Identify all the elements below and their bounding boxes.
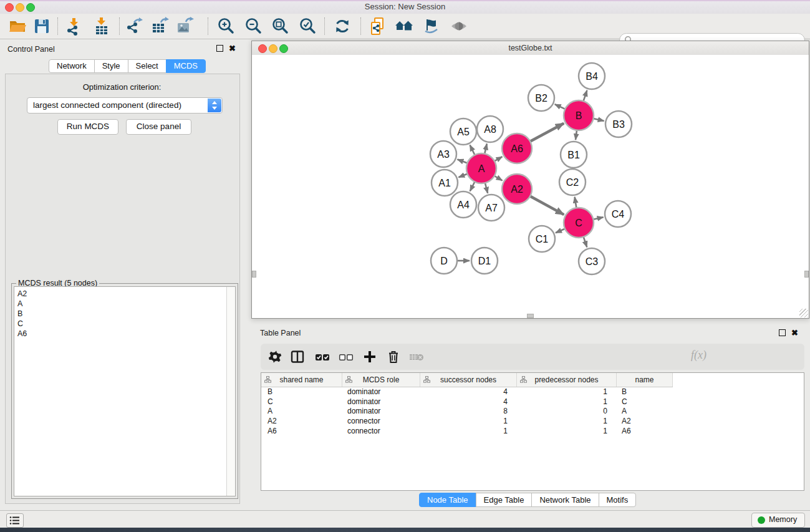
clone-network-icon[interactable] xyxy=(369,17,388,36)
table-row[interactable]: Bdominator41B xyxy=(261,387,673,397)
refresh-icon[interactable] xyxy=(333,17,352,36)
graph-node-A3[interactable]: A3 xyxy=(430,141,456,167)
tab-motifs[interactable]: Motifs xyxy=(599,493,637,507)
tab-mcds[interactable]: MCDS xyxy=(166,59,206,73)
close-panel-button[interactable]: Close panel xyxy=(126,119,191,135)
function-builder-icon[interactable]: f(x) xyxy=(691,349,706,362)
graph-node-A7[interactable]: A7 xyxy=(478,195,504,221)
graph-edge-A-A6[interactable] xyxy=(494,157,503,161)
close-panel-icon[interactable]: ✖ xyxy=(229,45,236,52)
resize-grip[interactable] xyxy=(799,309,808,317)
flag-icon[interactable] xyxy=(422,17,440,36)
column-header-name[interactable]: name xyxy=(617,373,673,387)
graph-node-A6[interactable]: A6 xyxy=(502,133,532,163)
graph-node-B4[interactable]: B4 xyxy=(579,63,605,89)
graph-node-A5[interactable]: A5 xyxy=(450,118,476,145)
graph-edge-C-C4[interactable] xyxy=(593,217,603,220)
run-mcds-button[interactable]: Run MCDS xyxy=(57,119,118,135)
graph-edge-A-A5[interactable] xyxy=(470,145,475,155)
graph-edge-A-A3[interactable] xyxy=(458,160,468,163)
column-header-predecessor-nodes[interactable]: predecessor nodes xyxy=(517,373,617,387)
criterion-dropdown[interactable]: largest connected component (directed) xyxy=(27,97,223,114)
graph-node-C2[interactable]: C2 xyxy=(559,169,586,195)
tab-node-table[interactable]: Node Table xyxy=(419,493,476,507)
tab-select[interactable]: Select xyxy=(128,59,166,73)
graph-node-C[interactable]: C xyxy=(564,208,594,238)
import-table-icon[interactable] xyxy=(92,17,111,36)
export-image-icon[interactable] xyxy=(175,17,194,36)
graph-node-B3[interactable]: B3 xyxy=(605,111,632,137)
graph-node-C1[interactable]: C1 xyxy=(529,226,555,252)
column-header-MCDS-role[interactable]: MCDS role xyxy=(342,373,420,387)
graph-node-A4[interactable]: A4 xyxy=(450,191,476,218)
table-row[interactable]: A2connector11A2 xyxy=(261,417,673,427)
mcds-result-item[interactable]: A6 xyxy=(17,329,225,339)
column-header-successor-nodes[interactable]: successor nodes xyxy=(420,373,517,387)
save-session-icon[interactable] xyxy=(32,17,51,36)
float-panel-icon[interactable] xyxy=(779,329,786,336)
graph-edge-A-A4[interactable] xyxy=(470,182,475,191)
graph-node-A2[interactable]: A2 xyxy=(502,174,532,204)
memory-button[interactable]: Memory xyxy=(751,513,805,528)
table-row[interactable]: A6connector11A6 xyxy=(261,427,673,437)
column-header-shared-name[interactable]: shared name xyxy=(261,373,342,387)
float-panel-icon[interactable] xyxy=(216,45,223,52)
graph-edge-C-C1[interactable] xyxy=(556,229,565,233)
network-window-titlebar[interactable]: testGlobe.txt xyxy=(252,41,809,56)
graph-edge-B-B1[interactable] xyxy=(576,130,577,140)
tab-edge-table[interactable]: Edge Table xyxy=(476,493,533,507)
graph-edge-C-C3[interactable] xyxy=(584,237,587,248)
gear-icon[interactable] xyxy=(268,349,282,364)
graph-node-A[interactable]: A xyxy=(466,153,496,183)
graph-edge-A2-C[interactable] xyxy=(530,196,564,215)
graph-node-D1[interactable]: D1 xyxy=(471,248,498,274)
mcds-result-list[interactable]: A2ABCA6 xyxy=(14,286,236,496)
result-scrollbar[interactable] xyxy=(226,287,235,496)
graph-edge-B-B2[interactable] xyxy=(555,104,566,109)
export-network-icon[interactable] xyxy=(125,17,144,36)
task-history-button[interactable] xyxy=(6,513,24,528)
zoom-fit-icon[interactable] xyxy=(271,17,289,36)
close-panel-icon[interactable]: ✖ xyxy=(791,329,798,336)
trash-icon[interactable] xyxy=(386,349,401,364)
graph-edge-B-B3[interactable] xyxy=(593,118,604,121)
table-row[interactable]: Adominator80A xyxy=(261,407,673,417)
tab-network-table[interactable]: Network Table xyxy=(531,493,599,507)
graph-node-B1[interactable]: B1 xyxy=(561,142,587,168)
deselect-all-icon[interactable] xyxy=(339,349,354,364)
mcds-result-item[interactable]: C xyxy=(17,319,225,329)
zoom-selected-icon[interactable] xyxy=(298,17,317,36)
zoom-in-icon[interactable] xyxy=(216,17,235,36)
graph-node-A1[interactable]: A1 xyxy=(432,170,458,196)
graph-node-A8[interactable]: A8 xyxy=(477,116,503,142)
network-canvas[interactable]: AA1A3A4A5A7A8A6A2BB1B2B3B4CC1C2C3C4DD1 xyxy=(252,55,809,318)
mcds-result-item[interactable]: A xyxy=(17,299,225,309)
graph-node-B[interactable]: B xyxy=(564,100,594,130)
add-icon[interactable] xyxy=(362,349,377,364)
graph-edge-A-A1[interactable] xyxy=(458,174,467,178)
eye-icon[interactable] xyxy=(450,17,468,36)
columns-icon[interactable] xyxy=(290,349,305,364)
import-network-icon[interactable] xyxy=(65,17,84,36)
tab-network[interactable]: Network xyxy=(49,59,95,73)
tab-style[interactable]: Style xyxy=(94,59,128,73)
graph-edge-B-B4[interactable] xyxy=(584,90,587,101)
graph-edge-A-A8[interactable] xyxy=(485,143,487,153)
mcds-result-item[interactable]: B xyxy=(17,309,225,319)
home-icon[interactable] xyxy=(395,17,413,36)
graph-edge-A6-B[interactable] xyxy=(530,123,564,142)
export-table-icon[interactable] xyxy=(150,17,169,36)
graph-node-D[interactable]: D xyxy=(431,248,457,274)
graph-node-C4[interactable]: C4 xyxy=(605,201,631,227)
graph-node-B2[interactable]: B2 xyxy=(528,85,554,111)
graph-edge-C-C2[interactable] xyxy=(575,197,577,208)
vertical-scroll-indicator[interactable] xyxy=(252,271,256,278)
vertical-scroll-indicator[interactable] xyxy=(804,271,809,278)
graph-edge-A-A2[interactable] xyxy=(494,176,503,181)
delete-table-icon[interactable] xyxy=(409,349,424,364)
mcds-result-item[interactable]: A2 xyxy=(17,289,225,299)
select-all-icon[interactable] xyxy=(315,349,330,364)
horizontal-scroll-indicator[interactable] xyxy=(527,314,534,318)
graph-node-C3[interactable]: C3 xyxy=(579,248,605,274)
table-row[interactable]: Cdominator41C xyxy=(261,397,673,407)
